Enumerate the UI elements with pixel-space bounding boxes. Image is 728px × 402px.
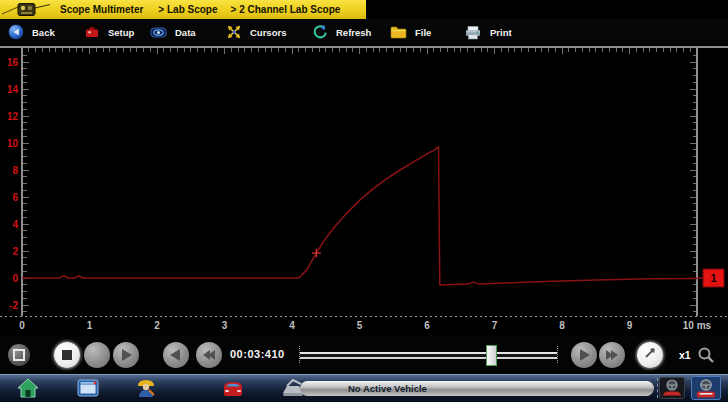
cursors-label: Cursors <box>250 27 286 38</box>
svg-text:1: 1 <box>87 320 93 331</box>
title-bar: Scope Multimeter > Lab Scope > 2 Channel… <box>0 0 728 19</box>
svg-text:7: 7 <box>492 320 498 331</box>
cursors-button[interactable]: Cursors <box>226 19 286 45</box>
print-label: Print <box>490 27 512 38</box>
taskbar-separator <box>657 378 658 398</box>
svg-text:0: 0 <box>19 320 25 331</box>
waveform-channel-1 <box>22 147 703 285</box>
scope-plot-area: 1614121086420-2012345678910 ms1 <box>0 45 728 336</box>
stop-icon <box>62 350 72 360</box>
trigger-marker[interactable] <box>312 249 321 258</box>
home-button[interactable] <box>16 377 40 399</box>
cursors-icon <box>226 24 242 40</box>
fast-forward-icon <box>607 350 617 360</box>
print-button[interactable]: Print <box>464 19 512 45</box>
zoom-level-label: x1 <box>679 349 691 361</box>
slider-end-mark <box>557 346 558 363</box>
file-label: File <box>415 27 431 38</box>
step-forward-icon <box>580 349 590 361</box>
step-back-button[interactable] <box>163 342 189 368</box>
pointer-tool-button[interactable] <box>637 342 663 368</box>
setup-label: Setup <box>108 27 134 38</box>
file-button[interactable]: File <box>390 19 431 45</box>
y-axis-labels: 1614121086420-2 <box>7 57 19 311</box>
step-forward-button[interactable] <box>571 342 597 368</box>
back-label: Back <box>32 27 55 38</box>
refresh-button[interactable]: Refresh <box>312 19 371 45</box>
svg-text:9: 9 <box>627 320 633 331</box>
play-button[interactable] <box>113 342 139 368</box>
svg-text:0: 0 <box>12 273 18 284</box>
channel-1-marker[interactable]: 1 <box>703 269 724 287</box>
print-icon <box>464 24 482 40</box>
x-axis-labels: 012345678910 ms <box>19 320 711 331</box>
vehicle-battery-status-icon[interactable] <box>691 376 721 400</box>
play-icon <box>122 349 132 361</box>
svg-text:6: 6 <box>424 320 430 331</box>
breadcrumb-section: > Lab Scope <box>158 4 217 15</box>
breadcrumb-page: > 2 Channel Lab Scope <box>231 4 341 15</box>
svg-text:3: 3 <box>222 320 228 331</box>
toolbar: Back Setup Data <box>0 19 728 45</box>
data-button[interactable]: Data <box>150 19 196 45</box>
svg-text:14: 14 <box>7 84 19 95</box>
step-back-icon <box>170 349 180 361</box>
svg-text:2: 2 <box>154 320 160 331</box>
rewind-icon <box>204 350 214 360</box>
playback-time: 00:03:410 <box>230 348 285 360</box>
svg-text:4: 4 <box>289 320 295 331</box>
pointer-icon <box>643 346 657 364</box>
vehicle-status-text: No Active Vehicle <box>348 383 427 394</box>
refresh-label: Refresh <box>336 27 371 38</box>
playback-slider-handle[interactable] <box>486 345 497 366</box>
plot-rulers <box>0 47 728 316</box>
svg-text:8: 8 <box>12 165 18 176</box>
back-button[interactable]: Back <box>8 19 55 45</box>
svg-text:1: 1 <box>710 272 716 284</box>
svg-text:10: 10 <box>7 138 19 149</box>
playback-bar: 00:03:410 x1 <box>0 336 728 374</box>
record-button[interactable] <box>84 342 110 368</box>
scope-chart-svg: 1614121086420-2012345678910 ms1 <box>0 45 728 336</box>
snapshot-icon <box>13 349 25 361</box>
svg-text:16: 16 <box>7 57 19 68</box>
setup-icon <box>84 24 100 40</box>
svg-text:2: 2 <box>12 246 18 257</box>
scope-window-button[interactable] <box>76 377 100 399</box>
data-label: Data <box>175 27 196 38</box>
data-eye-icon <box>150 24 167 40</box>
setup-button[interactable]: Setup <box>84 19 134 45</box>
breadcrumb-app: Scope Multimeter <box>60 4 143 15</box>
magnifier-icon[interactable] <box>697 346 715 368</box>
vehicle-button[interactable] <box>220 377 246 399</box>
svg-text:5: 5 <box>357 320 363 331</box>
stop-button[interactable] <box>54 342 80 368</box>
file-folder-icon <box>390 25 407 40</box>
playback-slider-track[interactable] <box>300 352 557 359</box>
snapshot-button[interactable] <box>8 344 30 366</box>
title-bar-yellow: Scope Multimeter > Lab Scope > 2 Channel… <box>0 0 366 19</box>
svg-text:-2: -2 <box>9 300 18 311</box>
svg-text:4: 4 <box>12 219 18 230</box>
svg-text:10 ms: 10 ms <box>683 320 712 331</box>
svg-text:12: 12 <box>7 111 19 122</box>
back-icon <box>8 24 24 40</box>
vehicle-status-bar[interactable]: No Active Vehicle <box>300 381 654 396</box>
fast-forward-button[interactable] <box>599 342 625 368</box>
vehicle-connection-status-icon[interactable] <box>659 377 685 399</box>
svg-text:6: 6 <box>12 192 18 203</box>
rewind-button[interactable] <box>196 342 222 368</box>
taskbar: No Active Vehicle <box>0 374 728 402</box>
app-logo-icon <box>0 0 52 19</box>
refresh-icon <box>312 24 328 40</box>
svg-text:8: 8 <box>559 320 565 331</box>
scanner-tools-button[interactable] <box>134 377 158 399</box>
scope-multimeter-screen: Scope Multimeter > Lab Scope > 2 Channel… <box>0 0 728 402</box>
